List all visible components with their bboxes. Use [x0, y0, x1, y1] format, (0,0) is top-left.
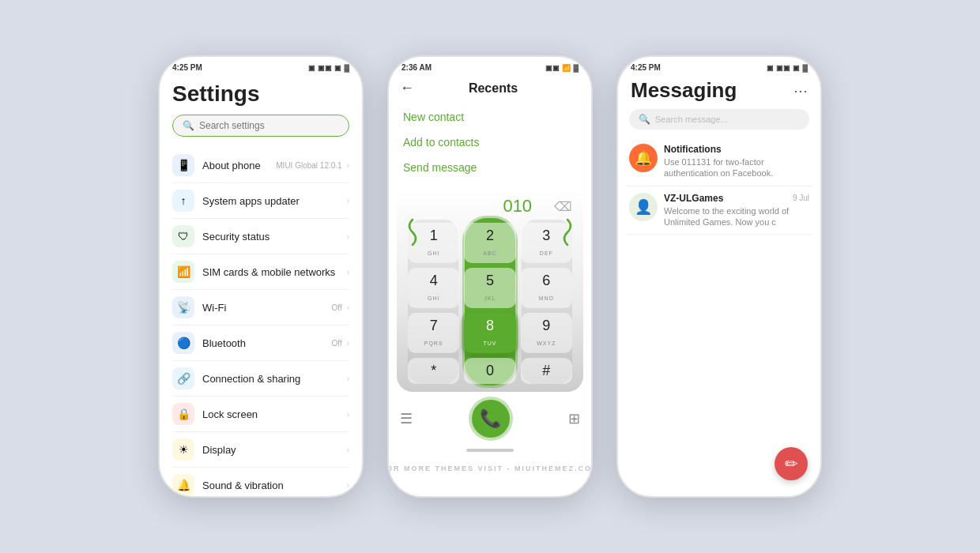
dial-key-4[interactable]: 4GHI	[408, 268, 459, 308]
item-icon-wifi: 📡	[172, 296, 194, 318]
message-list: 🔔 Notifications Use 011131 for two-facto…	[618, 137, 820, 235]
dial-key-*[interactable]: *	[408, 358, 459, 384]
status-bar-1: 4:25 PM ▣ ▣▣ ▣ ▓	[160, 57, 362, 75]
dialer-number: 010	[481, 196, 555, 216]
dial-key-3[interactable]: 3DEF	[521, 223, 572, 263]
msg-preview-vzgames: Welcome to the exciting world of Unlimit…	[664, 205, 809, 228]
msg-time-vzgames: 9 Jul	[793, 194, 809, 202]
status-bar-2: 2:36 AM ▣▣ 📶 ▓	[389, 57, 591, 75]
item-label-sysapps: System apps updater	[202, 195, 347, 207]
item-arrow-bluetooth: ›	[347, 339, 349, 348]
dial-key-0[interactable]: 0	[464, 358, 515, 384]
dialer-bottom: ☰ 📞 ⊞	[389, 392, 591, 444]
dial-key-7[interactable]: 7PQRS	[408, 313, 459, 353]
item-arrow-display: ›	[347, 446, 349, 454]
settings-item-sound[interactable]: 🔔 Sound & vibration ›	[172, 468, 349, 498]
time-1: 4:25 PM	[172, 63, 202, 72]
dial-key-5[interactable]: 5JKL	[464, 268, 515, 308]
settings-item-simcards[interactable]: 📶 SIM cards & mobile networks ›	[172, 254, 349, 290]
msg-item-notif[interactable]: 🔔 Notifications Use 011131 for two-facto…	[626, 137, 812, 186]
item-sub-bluetooth: Off	[332, 339, 342, 348]
item-icon-sysapps: ↑	[172, 190, 194, 212]
settings-item-about[interactable]: 📱 About phone MIUI Global 12.0.1 ›	[172, 148, 349, 183]
watermark: FOR MORE THEMES VISIT - MIUITHEMEZ.COM	[387, 465, 593, 472]
status-icons-1: ▣ ▣▣ ▣ ▓	[308, 64, 349, 72]
dial-key-9[interactable]: 9WXYZ	[521, 313, 572, 353]
settings-item-lockscreen[interactable]: 🔒 Lock screen ›	[172, 397, 349, 432]
delete-button[interactable]: ⌫	[554, 199, 572, 214]
item-icon-display: ☀	[172, 438, 194, 461]
send-message-link[interactable]: Send message	[403, 155, 577, 180]
item-label-sound: Sound & vibration	[202, 480, 347, 491]
dial-key-#[interactable]: #	[521, 358, 572, 384]
item-label-about: About phone	[202, 160, 276, 171]
item-icon-security: 🛡	[172, 225, 194, 247]
call-button[interactable]: 📞	[472, 400, 510, 438]
status-icons-2: ▣▣ 📶 ▓	[545, 64, 579, 72]
dialer-display: 010 ⌫	[408, 196, 572, 216]
dial-key-2[interactable]: 2ABC	[464, 223, 515, 263]
msg-avatar-notif: 🔔	[629, 144, 658, 172]
phone-settings: 4:25 PM ▣ ▣▣ ▣ ▓ Settings 🔍 📱 About phon…	[158, 55, 364, 498]
item-icon-sound: 🔔	[172, 474, 194, 496]
msg-item-vzgames[interactable]: 👤 VZ-ULGames 9 Jul Welcome to the exciti…	[626, 186, 812, 235]
settings-item-sharing[interactable]: 🔗 Connection & sharing ›	[172, 361, 349, 397]
time-3: 4:25 PM	[631, 63, 661, 72]
msg-body-vzgames: VZ-ULGames 9 Jul Welcome to the exciting…	[664, 193, 809, 228]
msg-avatar-vzgames: 👤	[629, 193, 658, 221]
grid-button[interactable]: ⊞	[568, 410, 580, 427]
settings-item-wifi[interactable]: 📡 Wi-Fi Off ›	[172, 290, 349, 325]
item-label-simcards: SIM cards & mobile networks	[202, 266, 347, 278]
item-arrow-wifi: ›	[347, 303, 349, 312]
menu-button[interactable]: ☰	[400, 410, 413, 427]
phone-dialer: 2:36 AM ▣▣ 📶 ▓ ← Recents New contact Add…	[387, 55, 593, 498]
home-indicator	[466, 449, 514, 452]
recents-links: New contact Add to contacts Send message	[389, 104, 591, 180]
item-arrow-sysapps: ›	[347, 197, 349, 205]
settings-item-sysapps[interactable]: ↑ System apps updater ›	[172, 183, 349, 219]
item-arrow-about: ›	[347, 161, 349, 170]
recents-title: Recents	[422, 81, 564, 96]
time-2: 2:36 AM	[401, 63, 432, 72]
item-icon-sharing: 🔗	[172, 367, 194, 389]
search-icon: 🔍	[183, 120, 194, 131]
item-icon-simcards: 📶	[172, 261, 194, 283]
item-arrow-sound: ›	[347, 481, 349, 490]
new-contact-link[interactable]: New contact	[403, 104, 577, 130]
search-input[interactable]	[199, 120, 339, 131]
search-icon-msg: 🔍	[639, 114, 650, 125]
settings-title: Settings	[172, 75, 349, 115]
item-icon-lockscreen: 🔒	[172, 403, 194, 425]
add-contacts-link[interactable]: Add to contacts	[403, 130, 577, 155]
settings-search-bar[interactable]: 🔍	[172, 115, 349, 137]
phone-messaging: 4:25 PM ▣ ▣▣ ▣ ▓ Messaging ⋯ 🔍 Search me…	[616, 55, 822, 498]
item-arrow-security: ›	[347, 232, 349, 241]
settings-item-security[interactable]: 🛡 Security status ›	[172, 219, 349, 254]
dialer-grid: 1GHI2ABC3DEF4GHI5JKL6MNO7PQRS8TUV9WXYZ*0…	[408, 223, 572, 384]
search-placeholder: Search message...	[655, 115, 728, 124]
compose-button[interactable]: ✏	[775, 447, 808, 480]
settings-item-bluetooth[interactable]: 🔵 Bluetooth Off ›	[172, 325, 349, 361]
msg-name-vzgames: VZ-ULGames	[664, 193, 723, 204]
dialer-area: 010 ⌫ 1GHI2ABC3DEF4GHI5JKL6MNO7PQRS8TUV9…	[397, 188, 583, 392]
settings-list: 📱 About phone MIUI Global 12.0.1 › ↑ Sys…	[172, 148, 349, 498]
message-search[interactable]: 🔍 Search message...	[629, 109, 809, 130]
more-button[interactable]: ⋯	[793, 82, 808, 100]
item-label-display: Display	[202, 444, 347, 456]
status-bar-3: 4:25 PM ▣ ▣▣ ▣ ▓	[618, 57, 820, 75]
item-arrow-lockscreen: ›	[347, 410, 349, 419]
dial-key-8[interactable]: 8TUV	[464, 313, 515, 353]
item-label-sharing: Connection & sharing	[202, 373, 347, 385]
item-arrow-simcards: ›	[347, 268, 349, 276]
back-button[interactable]: ←	[400, 80, 414, 96]
item-arrow-sharing: ›	[347, 374, 349, 383]
messaging-title: Messaging	[631, 78, 737, 103]
msg-name-notif: Notifications	[664, 144, 722, 155]
dial-key-6[interactable]: 6MNO	[521, 268, 572, 308]
item-icon-bluetooth: 🔵	[172, 332, 194, 354]
dial-key-1[interactable]: 1GHI	[408, 223, 459, 263]
settings-item-display[interactable]: ☀ Display ›	[172, 432, 349, 468]
item-sub-about: MIUI Global 12.0.1	[276, 161, 341, 170]
item-label-lockscreen: Lock screen	[202, 408, 347, 420]
item-label-wifi: Wi-Fi	[202, 302, 332, 314]
